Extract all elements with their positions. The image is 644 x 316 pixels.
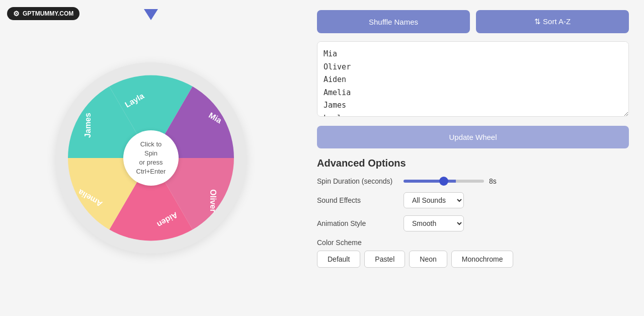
right-panel: Shuffle Names ⇅ Sort A-Z Mia Oliver Aide… (302, 0, 644, 316)
wheel-pointer (144, 9, 158, 20)
sound-effects-select[interactable]: All Sounds Tick Only None (404, 192, 464, 208)
names-textarea[interactable]: Mia Oliver Aiden Amelia James Layla (317, 41, 629, 117)
wheel-center[interactable]: Click to Spin or press Ctrl+Enter (123, 130, 179, 186)
animation-style-label: Animation Style (317, 219, 397, 227)
spin-duration-slider[interactable] (404, 180, 484, 183)
animation-style-row: Animation Style Smooth Fast Slow (317, 215, 629, 231)
wheel-panel: Layla Mia Oliver Aiden Amelia James (0, 0, 302, 316)
sound-effects-row: Sound Effects All Sounds Tick Only None (317, 192, 629, 208)
main-layout: Layla Mia Oliver Aiden Amelia James (0, 0, 644, 316)
shuffle-button[interactable]: Shuffle Names (317, 10, 470, 33)
gear-icon: ⚙ (13, 10, 20, 18)
color-scheme-label: Color Scheme (317, 239, 397, 247)
spin-duration-label: Spin Duration (seconds) (317, 177, 397, 185)
segment-label-james: James (84, 113, 92, 138)
spin-duration-row: Spin Duration (seconds) 8s (317, 177, 629, 185)
color-scheme-pastel[interactable]: Pastel (364, 251, 405, 268)
logo-bar: ⚙ GPTMUMMY.COM (7, 7, 79, 20)
spin-duration-value: 8s (489, 177, 497, 185)
logo-text: GPTMUMMY.COM (23, 10, 73, 17)
wheel-outer: Layla Mia Oliver Aiden Amelia James (55, 62, 247, 254)
segment-label-oliver: Oliver (209, 189, 217, 212)
slider-container: 8s (404, 177, 629, 185)
animation-style-select[interactable]: Smooth Fast Slow (404, 215, 464, 231)
color-scheme-monochrome[interactable]: Monochrome (451, 251, 514, 268)
advanced-title: Advanced Options (317, 157, 629, 169)
color-scheme-buttons: Default Pastel Neon Monochrome (317, 251, 513, 268)
wheel-center-text: Click to Spin or press Ctrl+Enter (136, 140, 166, 177)
sort-button[interactable]: ⇅ Sort A-Z (476, 10, 629, 33)
color-scheme-row: Color Scheme Default Pastel Neon Monochr… (317, 239, 629, 268)
color-scheme-neon[interactable]: Neon (409, 251, 447, 268)
color-scheme-default[interactable]: Default (317, 251, 360, 268)
top-buttons: Shuffle Names ⇅ Sort A-Z (317, 10, 629, 33)
sound-effects-label: Sound Effects (317, 196, 397, 204)
update-wheel-button[interactable]: Update Wheel (317, 126, 629, 148)
